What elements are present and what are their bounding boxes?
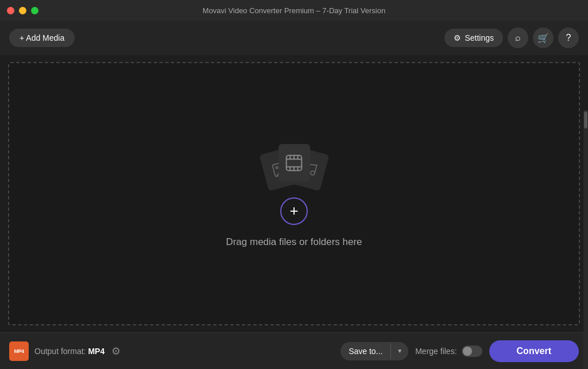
convert-button[interactable]: Convert	[489, 340, 579, 362]
close-button[interactable]	[7, 7, 14, 14]
svg-point-12	[310, 170, 315, 176]
bottom-right: Save to... ▼ Merge files: Convert	[341, 340, 579, 362]
help-icon: ?	[566, 33, 571, 43]
scroll-thumb[interactable]	[584, 111, 587, 129]
help-button[interactable]: ?	[558, 28, 579, 48]
gear-icon: ⚙	[111, 345, 121, 357]
add-circle-button[interactable]: +	[280, 197, 308, 225]
settings-button[interactable]: ⚙ Settings	[444, 29, 503, 47]
merge-section: Merge files:	[415, 345, 482, 357]
format-icon: MP4	[9, 341, 29, 361]
toolbar: + Add Media ⚙ Settings ⌕ 🛒 ?	[0, 21, 588, 55]
cart-button[interactable]: 🛒	[533, 28, 554, 48]
title-bar: Movavi Video Converter Premium – 7-Day T…	[0, 0, 588, 21]
settings-label: Settings	[465, 33, 494, 42]
media-icons	[254, 140, 334, 186]
scrollbar[interactable]	[583, 110, 588, 369]
bottom-bar: MP4 Output format: MP4 ⚙ Save to... ▼ Me…	[0, 332, 588, 369]
add-media-button[interactable]: + Add Media	[9, 29, 75, 47]
drop-zone-wrapper: + Drag media files or folders here	[0, 55, 588, 332]
save-to-button[interactable]: Save to...	[341, 342, 390, 360]
search-icon: ⌕	[515, 33, 521, 43]
toggle-knob	[463, 347, 472, 356]
toolbar-right: ⚙ Settings ⌕ 🛒 ?	[444, 28, 579, 48]
video-icon-card	[278, 144, 310, 181]
maximize-button[interactable]	[31, 7, 38, 14]
save-to-dropdown-button[interactable]: ▼	[390, 343, 408, 359]
output-format-label: Output format: MP4	[34, 347, 105, 356]
traffic-lights	[7, 7, 38, 14]
window-title: Movavi Video Converter Premium – 7-Day T…	[203, 6, 385, 15]
format-value: MP4	[88, 347, 105, 356]
search-button[interactable]: ⌕	[508, 28, 528, 48]
save-to-button-group: Save to... ▼	[341, 342, 408, 360]
cart-icon: 🛒	[537, 33, 549, 44]
settings-icon: ⚙	[454, 33, 461, 42]
dropdown-arrow-icon: ▼	[397, 348, 403, 354]
merge-toggle[interactable]	[462, 345, 482, 357]
minimize-button[interactable]	[19, 7, 26, 14]
plus-icon: +	[289, 202, 298, 220]
drop-instruction: Drag media files or folders here	[226, 236, 362, 248]
format-settings-button[interactable]: ⚙	[110, 344, 122, 359]
drop-zone[interactable]: + Drag media files or folders here	[8, 62, 580, 325]
svg-point-1	[275, 166, 277, 169]
merge-label: Merge files:	[415, 347, 457, 356]
format-section: MP4 Output format: MP4 ⚙	[9, 341, 122, 361]
